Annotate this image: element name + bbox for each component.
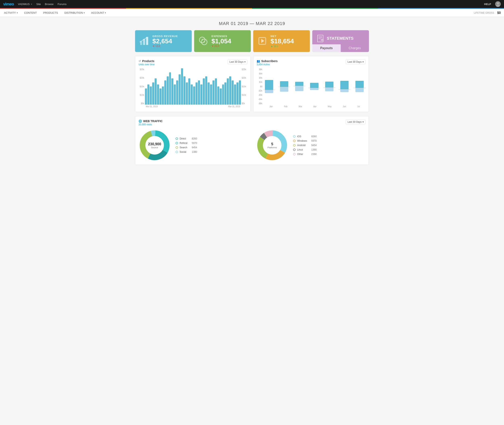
products-bar (181, 68, 183, 105)
platform-donut-center: 5 Platforms (268, 142, 277, 149)
statements-title: STATEMENTS (327, 36, 354, 41)
products-chart-header: ↺ Products Units over time Last 30 Days … (139, 60, 247, 66)
products-bar (200, 84, 202, 105)
windows-dot (293, 140, 296, 142)
svg-point-7 (146, 38, 147, 38)
nav-activity[interactable]: ACTIVITY ▾ (3, 11, 19, 14)
svg-point-1 (496, 5, 500, 7)
products-x-end: Mar 31, 2019 (228, 105, 240, 108)
products-bar (191, 84, 193, 105)
products-bar (213, 80, 215, 105)
products-bar (239, 80, 241, 105)
products-bar (227, 78, 229, 105)
avatar[interactable] (495, 1, 501, 7)
top-navigation: vimeo VADIMUS ▾ Site Browse Forums HELP (0, 0, 504, 8)
sub-bar-group (263, 68, 275, 105)
subscribers-chart-header: 👥 Subscribers 3,654 Active Last 30 Days … (257, 60, 365, 66)
nav-account[interactable]: ACCOUNT ▾ (90, 11, 107, 14)
charts-row: ↺ Products Units over time Last 30 Days … (135, 56, 369, 112)
sub-navigation: ACTIVITY ▾ CONTENT PRODUCTS DISTRIBUTION… (0, 9, 504, 17)
refresh-icon: ↺ (139, 60, 141, 63)
svg-text:✓: ✓ (321, 39, 323, 41)
browse-link[interactable]: Browse (45, 3, 54, 6)
gross-revenue-change: ▼ 13.8 (152, 45, 188, 47)
globe-icon: 🌐 (139, 120, 142, 123)
products-bar (152, 82, 154, 105)
legend-other: Other 2390 (293, 153, 317, 156)
products-bar (220, 88, 222, 105)
revenue-icon (139, 36, 149, 46)
referal-dot (176, 142, 178, 144)
ios-dot (293, 135, 296, 138)
products-bar (198, 80, 200, 105)
products-x-start: Mar 01, 2019 (146, 105, 158, 108)
products-bar (229, 76, 231, 105)
products-chart-area: $25k$20k$15k$10k$5k $25k$20k$15k$10k$5k … (139, 68, 247, 109)
products-bar (157, 84, 159, 105)
products-bar (203, 78, 205, 105)
products-bar (232, 80, 234, 105)
forums-link[interactable]: Forums (58, 3, 67, 6)
nav-distribution[interactable]: DISTRIBUTION ▾ (63, 11, 86, 14)
legend-android: Android 9454 (293, 144, 317, 147)
expenses-label: EXPENSES (211, 35, 247, 38)
sub-x-label: Jan (269, 105, 273, 108)
subscribers-chart-area: $8k$6k$4k$2k$0-$2k-$4k-$6k-$8k JanFebMar… (257, 68, 365, 109)
donut-section: 230,900 Source Direct 8260 Referal 5970 (139, 129, 365, 161)
charges-tab[interactable]: Charges (341, 44, 369, 52)
products-bar (155, 78, 157, 105)
subscribers-chart-title: 👥 Subscribers (257, 60, 278, 63)
subscribers-chart-subtitle: 3,654 Active (257, 63, 278, 66)
products-bar (234, 84, 236, 105)
other-dot (293, 153, 296, 155)
products-bar (215, 78, 217, 105)
products-chart-card: ↺ Products Units over time Last 30 Days … (135, 56, 251, 112)
net-card: NET $18,654 ▲ 10.1 (253, 30, 310, 52)
subscribers-chart-dropdown[interactable]: Last 30 Days ▾ (346, 60, 365, 64)
products-chart-dropdown[interactable]: Last 30 Days ▾ (228, 60, 247, 64)
user-menu[interactable]: VADIMUS ▾ (18, 3, 32, 6)
products-bar (224, 82, 226, 105)
products-bar (164, 80, 166, 105)
legend-windows: Windows 5970 (293, 139, 317, 142)
nav-products[interactable]: PRODUCTS (42, 11, 59, 14)
sub-bar-group (354, 68, 365, 105)
web-traffic-dropdown[interactable]: Last 30 Days ▾ (346, 120, 365, 124)
net-label: NET (270, 35, 306, 38)
products-bar (186, 82, 188, 105)
sub-x-label: Jul (357, 105, 360, 108)
legend-social: Social 1390 (176, 151, 197, 153)
products-bar (171, 78, 173, 105)
brand-logo[interactable]: vimeo (3, 2, 14, 7)
platform-donut-wrapper: 5 Platforms iOS 8260 Windows 5970 (256, 129, 365, 161)
sub-x-label: May (328, 105, 332, 108)
legend-ios: iOS 8260 (293, 135, 317, 138)
social-dot (176, 151, 178, 153)
sub-x-label: Mar (299, 105, 302, 108)
net-change: ▲ 10.1 (270, 45, 306, 47)
products-chart-subtitle: Units over time (139, 63, 155, 66)
svg-point-6 (143, 40, 144, 40)
statements-top: ✓ STATEMENTS (312, 30, 369, 44)
subscribers-chart-card: 👥 Subscribers 3,654 Active Last 30 Days … (253, 56, 369, 112)
products-bar (147, 84, 149, 105)
svg-point-0 (497, 2, 499, 5)
source-donut-center: 230,900 Source (148, 142, 161, 149)
products-bar (195, 82, 198, 105)
expenses-card: $ $ EXPENSES $1,054 ▼ 20.5 (194, 30, 251, 52)
svg-text:$: $ (204, 41, 205, 43)
products-title-section: ↺ Products Units over time (139, 60, 155, 66)
sub-bar-group (323, 68, 335, 105)
linux-dot (293, 148, 296, 151)
products-bar (169, 72, 171, 105)
products-bar (145, 88, 147, 105)
date-range: MAR 01 2019 — MAR 22 2019 (135, 21, 369, 26)
payouts-tab[interactable]: Payouts (312, 44, 341, 52)
web-traffic-title-section: 🌐 WEB TRAFFIC 20,000 visits (139, 120, 162, 126)
net-value: $18,654 (270, 38, 306, 45)
nav-content[interactable]: CONTENT (23, 11, 38, 14)
site-link[interactable]: Site (36, 3, 41, 6)
help-link[interactable]: HELP (484, 3, 491, 6)
sub-bar-group (338, 68, 350, 105)
expenses-icon: $ $ (198, 36, 208, 46)
